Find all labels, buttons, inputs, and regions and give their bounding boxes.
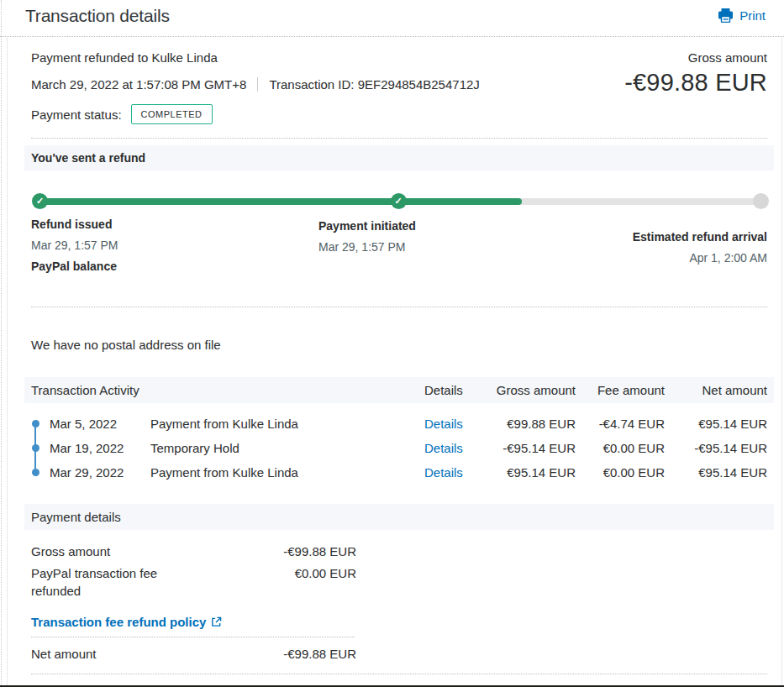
column-header-net: Net amount: [665, 383, 767, 397]
column-header-fee: Fee amount: [576, 383, 665, 397]
payment-status-label: Payment status:: [31, 108, 122, 122]
step-time: Mar 29, 1:57 PM: [318, 240, 416, 254]
gross-amount-value: -€99.88 EUR: [624, 69, 767, 97]
row-fee-amount: €0.00 EUR: [576, 441, 665, 455]
activity-table-body: Mar 5, 2022 Payment from Kulke Linda Det…: [31, 412, 767, 485]
row-description: Payment from Kulke Linda: [150, 465, 416, 480]
table-row: Mar 29, 2022 Payment from Kulke Linda De…: [31, 460, 767, 485]
transaction-fee-row: PayPal transaction fee refunded €0.00 EU…: [31, 564, 767, 600]
page-left-border: [1, 0, 2, 687]
checkpoint-refund-issued: ✓: [32, 193, 48, 209]
row-gross-amount: €99.88 EUR: [481, 417, 576, 431]
transaction-fee-label: PayPal transaction fee refunded: [31, 564, 191, 600]
refund-tracker: ✓ ✓ Refund issued Mar 29, 1:57 PM PayPal…: [31, 170, 767, 307]
transaction-datetime: March 29, 2022 at 1:57:08 PM GMT+8: [31, 77, 246, 92]
transaction-id: Transaction ID: 9EF294854B254712J: [269, 77, 479, 92]
refund-recipient: Payment refunded to Kulke Linda: [31, 50, 480, 65]
postal-address-notice: We have no postal address on file: [31, 338, 767, 352]
transaction-card: Payment refunded to Kulke Linda March 29…: [7, 37, 782, 685]
tracker-step-payment-initiated: Payment initiated Mar 29, 1:57 PM: [318, 219, 416, 254]
checkpoint-payment-initiated: ✓: [391, 193, 407, 209]
print-label: Print: [739, 8, 766, 23]
net-amount-value: -€99.88 EUR: [191, 645, 356, 663]
transaction-fee-value: €0.00 EUR: [191, 564, 356, 600]
activity-header-title: Transaction Activity: [31, 383, 416, 397]
policy-link-label: Transaction fee refund policy: [31, 615, 206, 629]
vertical-divider: [257, 77, 258, 92]
row-net-amount: -€95.14 EUR: [665, 441, 767, 455]
separator: [31, 637, 355, 637]
row-fee-amount: -€4.74 EUR: [576, 417, 665, 431]
column-header-gross: Gross amount: [481, 383, 576, 397]
row-date: Mar 29, 2022: [50, 465, 150, 480]
table-row: Mar 19, 2022 Temporary Hold Details -€95…: [31, 436, 767, 460]
separator: [31, 674, 767, 674]
details-link[interactable]: Details: [424, 465, 463, 480]
page-title: Transaction details: [25, 6, 170, 26]
payment-details-header: Payment details: [24, 504, 774, 530]
tracker-header: You've sent a refund: [24, 145, 774, 170]
row-gross-amount: €95.14 EUR: [481, 465, 576, 480]
net-amount-row: Net amount -€99.88 EUR: [31, 645, 767, 663]
gross-amount-label: Gross amount: [31, 543, 191, 560]
printer-icon: [718, 8, 734, 23]
page-header: Transaction details Print: [0, 0, 784, 37]
gross-amount-row: Gross amount -€99.88 EUR: [31, 543, 767, 560]
external-link-icon: [211, 616, 222, 627]
row-date: Mar 5, 2022: [50, 417, 150, 431]
tracker-step-refund-issued: Refund issued Mar 29, 1:57 PM PayPal bal…: [31, 218, 118, 273]
row-gross-amount: -€95.14 EUR: [481, 441, 576, 455]
step-time: Mar 29, 1:57 PM: [31, 239, 118, 252]
step-title: Estimated refund arrival: [633, 230, 767, 244]
row-description: Temporary Hold: [150, 441, 416, 455]
table-row: Mar 5, 2022 Payment from Kulke Linda Det…: [31, 412, 767, 436]
gross-amount-value: -€99.88 EUR: [191, 543, 356, 560]
summary-section: Payment refunded to Kulke Linda March 29…: [31, 50, 767, 139]
row-description: Payment from Kulke Linda: [150, 417, 416, 431]
row-net-amount: €95.14 EUR: [665, 465, 767, 480]
row-date: Mar 19, 2022: [50, 441, 150, 455]
timeline-dot-icon: [32, 444, 39, 452]
details-link[interactable]: Details: [424, 417, 463, 431]
step-time: Apr 1, 2:00 AM: [633, 251, 767, 265]
tracker-progress-fill: [33, 198, 522, 205]
timeline-dot-icon: [32, 420, 39, 427]
step-title: Payment initiated: [318, 219, 416, 233]
gross-amount-label: Gross amount: [624, 50, 767, 65]
row-net-amount: €95.14 EUR: [665, 417, 767, 431]
check-icon: ✓: [394, 196, 402, 207]
print-button[interactable]: Print: [718, 8, 766, 23]
timeline-dot-icon: [32, 469, 39, 476]
check-icon: ✓: [36, 196, 44, 207]
tracker-bar: ✓ ✓: [33, 198, 763, 205]
fee-refund-policy-link[interactable]: Transaction fee refund policy: [31, 615, 222, 629]
checkpoint-refund-arrival: [753, 193, 769, 209]
step-subtitle: PayPal balance: [31, 260, 118, 273]
status-badge: COMPLETED: [131, 104, 213, 124]
step-title: Refund issued: [31, 218, 118, 231]
net-amount-label: Net amount: [31, 645, 191, 663]
details-link[interactable]: Details: [424, 441, 463, 455]
tracker-step-estimated-arrival: Estimated refund arrival Apr 1, 2:00 AM: [633, 230, 767, 265]
row-fee-amount: €0.00 EUR: [576, 465, 665, 480]
activity-table-header: Transaction Activity Details Gross amoun…: [24, 377, 774, 403]
column-header-details: Details: [416, 383, 481, 397]
